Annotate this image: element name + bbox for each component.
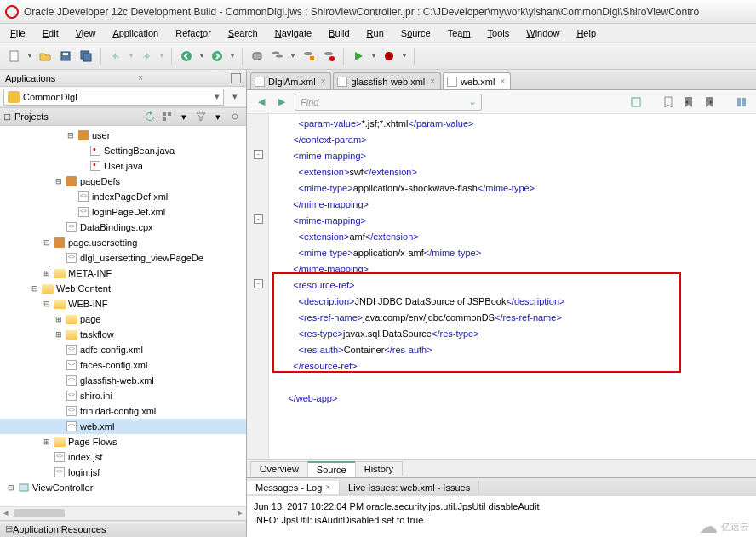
new-button[interactable] — [5, 47, 24, 66]
tab-close-icon[interactable]: × — [321, 77, 326, 86]
menu-tools[interactable]: Tools — [481, 26, 517, 40]
tab-webxml[interactable]: web.xml× — [443, 72, 511, 89]
application-combo[interactable]: CommonDlgl ▾ — [3, 89, 224, 106]
menu-edit[interactable]: Edit — [36, 26, 66, 40]
tab-close-icon[interactable]: × — [430, 77, 435, 86]
tab-close-icon[interactable]: × — [325, 483, 330, 492]
tree-node-webcontent[interactable]: ⊟Web Content — [0, 281, 246, 296]
tree-node-metainf[interactable]: ⊞META-INF — [0, 266, 246, 281]
save-all-button[interactable] — [77, 47, 95, 66]
debug-dropdown[interactable]: ▾ — [400, 52, 409, 60]
menu-application[interactable]: Application — [106, 26, 165, 40]
menu-navigate[interactable]: Navigate — [268, 26, 318, 40]
projects-btn-3[interactable]: ▾ — [176, 109, 192, 124]
projects-layout-icon[interactable] — [159, 109, 175, 124]
tree-node-pagedefs[interactable]: ⊟pageDefs — [0, 174, 246, 189]
projects-config-icon[interactable] — [227, 109, 243, 124]
db-dropdown[interactable]: ▾ — [289, 52, 297, 60]
tree-node-loginpagedef[interactable]: loginPageDef.xml — [0, 204, 246, 220]
nav-back-icon[interactable]: ◀ — [252, 93, 271, 111]
db-button-1[interactable] — [248, 47, 266, 66]
findbar-btn-5[interactable] — [732, 93, 751, 111]
tree-node-indexpagedef[interactable]: indexPageDef.xml — [0, 189, 246, 204]
forward-dropdown[interactable]: ▾ — [228, 52, 237, 60]
menu-source[interactable]: Source — [394, 26, 438, 40]
tree-node-user[interactable]: ⊟user — [0, 128, 246, 143]
undo-dropdown[interactable]: ▾ — [127, 52, 135, 60]
debug-button[interactable] — [380, 47, 398, 66]
tree-node-viewcontroller[interactable]: ⊟ViewController — [0, 480, 246, 495]
find-input[interactable]: Find⌄ — [295, 94, 482, 111]
menu-refactor[interactable]: Refactor — [169, 26, 218, 40]
svg-rect-20 — [632, 98, 640, 106]
tree-node-faces[interactable]: faces-config.xml — [0, 357, 246, 373]
new-dropdown[interactable]: ▾ — [26, 52, 34, 60]
projects-btn-5[interactable]: ▾ — [210, 109, 226, 124]
forward-button[interactable] — [208, 47, 226, 66]
tree-node-pageflows[interactable]: ⊞Page Flows — [0, 434, 246, 449]
tree-node-webxml[interactable]: web.xml — [0, 419, 246, 434]
tree-node-trinidad[interactable]: trinidad-config.xml — [0, 403, 246, 419]
tree-node-databindings[interactable]: DataBindings.cpx — [0, 220, 246, 235]
tree-node-shiro[interactable]: shiro.ini — [0, 388, 246, 403]
tree-hscroll[interactable]: ◂ ▸ — [0, 506, 246, 520]
tree-node-userjava[interactable]: User.java — [0, 158, 246, 174]
db-button-3[interactable] — [299, 47, 318, 66]
tree-node-webinf[interactable]: ⊟WEB-INF — [0, 296, 246, 311]
tab-messages-log[interactable]: Messages - Log× — [247, 481, 340, 494]
tab-close-icon[interactable]: × — [500, 77, 505, 86]
projects-bar: ⊟ Projects ▾ ▾ — [0, 107, 246, 126]
tab-history[interactable]: History — [355, 461, 403, 476]
tab-overview[interactable]: Overview — [250, 461, 308, 476]
project-tree[interactable]: ⊟user SettingBean.java User.java ⊟pageDe… — [0, 126, 246, 506]
db-button-2[interactable] — [268, 47, 287, 66]
tab-source[interactable]: Source — [307, 461, 356, 477]
tree-node-loginjsf[interactable]: login.jsf — [0, 465, 246, 480]
undo-button[interactable] — [106, 47, 125, 66]
menu-search[interactable]: Search — [221, 26, 265, 40]
tree-node-taskflow[interactable]: ⊞taskflow — [0, 327, 246, 342]
menu-build[interactable]: Build — [322, 26, 356, 40]
code-editor[interactable]: - - - <param-value>*.jsf;*.xhtml</param-… — [247, 114, 756, 459]
bookmark-next-icon[interactable] — [700, 93, 719, 111]
tree-node-usersetting[interactable]: ⊟page.usersetting — [0, 235, 246, 250]
application-resources-bar[interactable]: Application Resources — [0, 520, 246, 537]
save-button[interactable] — [56, 47, 75, 66]
run-button[interactable] — [349, 47, 368, 66]
menu-team[interactable]: Team — [441, 26, 478, 40]
panel-restore-icon[interactable] — [231, 73, 241, 83]
tab-dlglam[interactable]: DlglAm.xml× — [250, 72, 331, 89]
run-dropdown[interactable]: ▾ — [369, 52, 378, 60]
tree-node-dlgl-usersetting[interactable]: dlgl_usersetting_viewPageDe — [0, 250, 246, 266]
menu-run[interactable]: Run — [360, 26, 391, 40]
redo-dropdown[interactable]: ▾ — [158, 52, 166, 60]
fold-icon[interactable]: - — [254, 279, 263, 288]
back-button[interactable] — [177, 47, 196, 66]
menu-help[interactable]: Help — [570, 26, 603, 40]
redo-button[interactable] — [137, 47, 156, 66]
tree-node-page[interactable]: ⊞page — [0, 311, 246, 327]
menu-window[interactable]: Window — [519, 26, 566, 40]
panel-close-icon[interactable]: × — [138, 73, 143, 83]
app-menu-button[interactable]: ▾ — [227, 89, 243, 105]
fold-icon[interactable]: - — [254, 150, 263, 159]
back-dropdown[interactable]: ▾ — [198, 52, 206, 60]
bookmark-prev-icon[interactable] — [679, 93, 698, 111]
tree-node-glassfish[interactable]: glassfish-web.xml — [0, 373, 246, 388]
findbar-btn-1[interactable] — [627, 93, 645, 111]
menu-file[interactable]: FFileile — [3, 26, 32, 40]
bookmark-icon[interactable] — [659, 93, 678, 111]
open-button[interactable] — [36, 47, 54, 66]
fold-icon[interactable]: - — [254, 214, 263, 224]
projects-refresh-icon[interactable] — [142, 109, 158, 124]
db-button-4[interactable] — [319, 47, 338, 66]
projects-filter-icon[interactable] — [193, 109, 209, 124]
tab-glassfish[interactable]: glassfish-web.xml× — [333, 72, 441, 89]
menu-view[interactable]: View — [69, 26, 103, 40]
tab-live-issues[interactable]: Live Issues: web.xml - Issues — [340, 481, 479, 494]
tree-node-settingbean[interactable]: SettingBean.java — [0, 143, 246, 158]
tree-node-adfc[interactable]: adfc-config.xml — [0, 342, 246, 357]
messages-log[interactable]: Jun 13, 2017 10:22:04 PM oracle.security… — [247, 496, 756, 537]
tree-node-indexjsf[interactable]: index.jsf — [0, 449, 246, 465]
nav-fwd-icon[interactable]: ▶ — [272, 93, 291, 111]
